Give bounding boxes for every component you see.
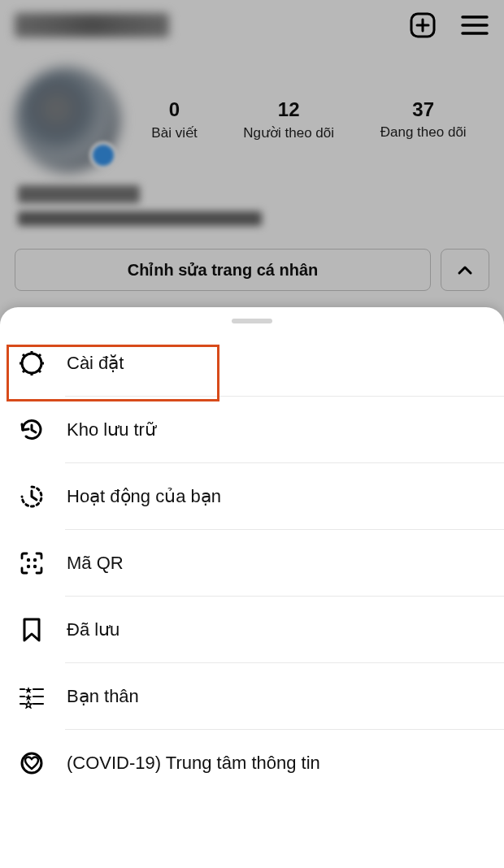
hamburger-icon [461, 14, 489, 37]
stat-posts-label: Bài viết [151, 124, 197, 141]
display-name-blurred [18, 185, 140, 203]
username-blurred [15, 13, 169, 37]
svg-line-14 [38, 354, 41, 357]
menu-item-saved[interactable]: Đã lưu [0, 597, 504, 663]
plus-square-icon [409, 11, 437, 39]
qr-icon [18, 549, 46, 577]
hamburger-menu-button[interactable] [460, 11, 489, 40]
svg-line-11 [23, 354, 25, 357]
stat-posts[interactable]: 0 Bài viết [151, 98, 197, 141]
stat-following-count: 37 [380, 98, 467, 121]
menu-item-activity[interactable]: Hoạt động của bạn [0, 463, 504, 530]
svg-point-17 [27, 565, 30, 568]
avatar[interactable] [15, 67, 120, 172]
menu-item-settings[interactable]: Cài đặt [0, 330, 504, 397]
menu-item-label: Bạn thân [67, 686, 139, 707]
close-friends-icon [18, 683, 46, 710]
menu-item-close-friends[interactable]: Bạn thân [0, 663, 504, 730]
menu-item-covid-info[interactable]: (COVID-19) Trung tâm thông tin [0, 730, 504, 796]
sheet-grabber[interactable] [232, 319, 272, 323]
stat-followers-label: Người theo dõi [243, 124, 334, 141]
svg-marker-27 [25, 701, 32, 708]
menu-item-label: Hoạt động của bạn [67, 486, 221, 507]
stat-posts-count: 0 [151, 98, 197, 121]
suggested-users-button[interactable] [441, 249, 489, 291]
chevron-up-icon [457, 264, 473, 276]
menu-item-label: Mã QR [67, 553, 124, 574]
stat-followers[interactable]: 12 Người theo dõi [243, 98, 334, 141]
edit-profile-label: Chỉnh sửa trang cá nhân [128, 260, 319, 280]
stat-following[interactable]: 37 Đang theo dõi [380, 98, 467, 141]
svg-marker-25 [25, 687, 32, 693]
history-icon [18, 416, 46, 444]
bookmark-icon [18, 616, 46, 644]
bio-section [0, 180, 504, 229]
gear-icon [18, 349, 46, 377]
activity-icon [18, 483, 46, 510]
menu-item-archive[interactable]: Kho lưu trữ [0, 397, 504, 463]
svg-line-12 [38, 370, 41, 372]
edit-profile-button[interactable]: Chỉnh sửa trang cá nhân [15, 249, 431, 291]
bottom-sheet: Cài đặt Kho lưu trữ Hoạ [0, 307, 504, 868]
stats-row: 0 Bài viết 12 Người theo dõi 37 Đang the… [0, 47, 504, 180]
menu-item-label: (COVID-19) Trung tâm thông tin [67, 753, 320, 774]
svg-point-15 [27, 558, 30, 562]
stat-following-label: Đang theo dõi [380, 124, 467, 141]
stat-followers-count: 12 [243, 98, 334, 121]
menu-item-label: Đã lưu [67, 619, 119, 640]
menu-item-label: Cài đặt [67, 353, 124, 374]
avatar-add-badge [89, 141, 117, 169]
svg-marker-26 [25, 694, 32, 701]
profile-header [0, 0, 504, 47]
bio-text-blurred [18, 211, 262, 226]
svg-line-13 [23, 370, 25, 372]
svg-point-16 [33, 558, 37, 562]
menu-item-label: Kho lưu trữ [67, 419, 156, 441]
covid-icon [18, 749, 46, 777]
svg-point-18 [33, 565, 37, 568]
menu-item-qr[interactable]: Mã QR [0, 530, 504, 597]
create-button[interactable] [408, 11, 437, 40]
